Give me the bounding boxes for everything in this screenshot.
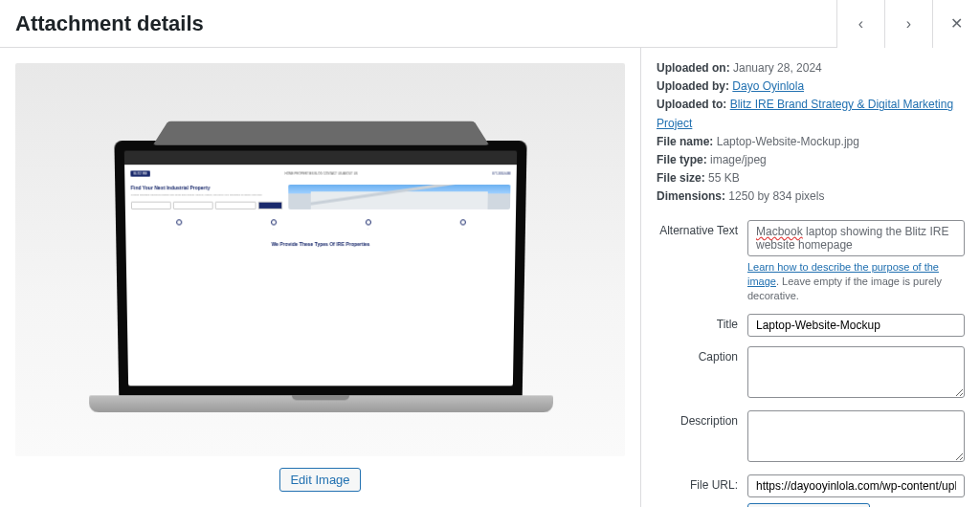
caption-label: Caption [657,346,747,364]
header-nav: ‹ › ✕ [836,0,980,48]
chevron-left-icon: ‹ [858,15,863,33]
uploaded-by-row: Uploaded by: Dayo Oyinlola [657,77,965,96]
prev-button[interactable]: ‹ [836,0,884,48]
mockup-hero-text: Finding profitable industrial facilities… [130,193,282,197]
mockup-logo: BLITZ IRE [130,170,150,176]
caption-input[interactable] [747,346,965,398]
attachment-preview: BLITZ IRE HOME PROPERTIES BLOG CONTACT U… [15,63,625,456]
settings-form: Alternative Text Macbook laptop showing … [657,220,965,508]
attachment-details-modal: Attachment details ‹ › ✕ BLITZ IRE H [0,0,980,507]
mockup-phone: 877-303-9488 [492,172,510,176]
preview-panel: BLITZ IRE HOME PROPERTIES BLOG CONTACT U… [0,48,640,507]
copy-url-button[interactable]: Copy URL to clipboard [747,503,870,507]
modal-header: Attachment details ‹ › ✕ [0,0,980,48]
alt-text-label: Alternative Text [657,220,747,237]
dimensions-row: Dimensions: 1250 by 834 pixels [657,187,965,206]
uploaded-by-link[interactable]: Dayo Oyinlola [732,79,804,93]
close-button[interactable]: ✕ [932,0,980,48]
uploaded-to-row: Uploaded to: Blitz IRE Brand Strategy & … [657,96,965,132]
title-label: Title [657,314,747,331]
laptop-mockup: BLITZ IRE HOME PROPERTIES BLOG CONTACT U… [119,147,523,413]
file-name-row: File name: Laptop-Website-Mockup.jpg [657,133,965,151]
description-label: Description [657,410,747,428]
mockup-nav: HOME PROPERTIES BLOG CONTACT US ABOUT US [284,172,357,176]
modal-content: BLITZ IRE HOME PROPERTIES BLOG CONTACT U… [0,48,980,507]
chevron-right-icon: › [906,15,911,33]
description-input[interactable] [747,410,965,462]
modal-title: Attachment details [15,11,204,36]
title-input[interactable] [747,314,965,337]
details-sidebar[interactable]: Uploaded on: January 28, 2024 Uploaded b… [640,48,980,507]
file-size-row: File size: 55 KB [657,169,965,187]
mockup-hero-title: Find Your Next Industrial Property [130,185,282,190]
close-icon: ✕ [950,14,963,33]
next-button[interactable]: › [884,0,932,48]
file-type-row: File type: image/jpeg [657,151,965,169]
alt-text-help: Learn how to describe the purpose of the… [747,260,965,304]
mockup-section-title: We Provide These Types Of IRE Properties [131,240,509,246]
file-url-input[interactable] [747,474,965,497]
alt-text-input[interactable]: Macbook laptop showing the Blitz IRE web… [747,220,965,256]
uploaded-on-row: Uploaded on: January 28, 2024 [657,59,965,77]
edit-image-button[interactable]: Edit Image [279,468,360,492]
file-url-label: File URL: [657,474,747,492]
